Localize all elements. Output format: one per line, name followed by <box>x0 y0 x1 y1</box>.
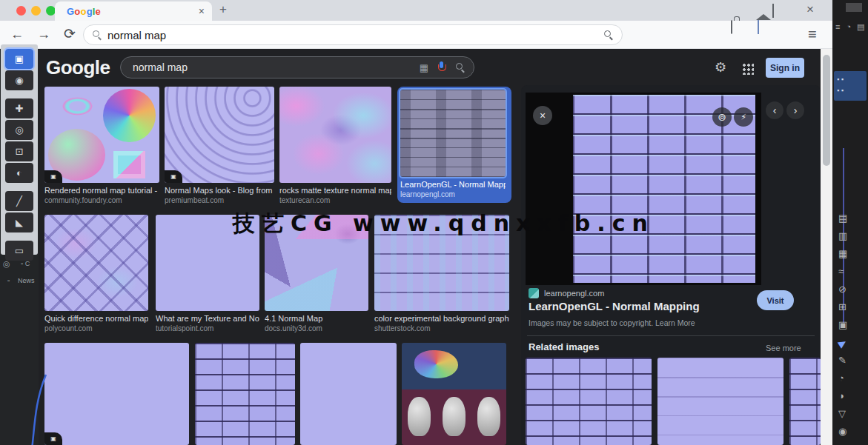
triangle-icon[interactable]: ▽ <box>838 409 847 418</box>
panel-list-icon[interactable]: ▤ <box>857 22 864 32</box>
wave-icon[interactable]: ≈ <box>838 267 847 276</box>
traffic-minimize-button[interactable] <box>31 6 41 16</box>
back-button[interactable]: ← <box>10 25 24 43</box>
lasso-tool-button[interactable]: ◉ <box>5 70 33 90</box>
result-site: learnopengl.com <box>400 190 506 198</box>
related-image[interactable] <box>657 358 783 445</box>
see-more-link[interactable]: See more <box>766 344 801 352</box>
stop-icon[interactable]: ▣ <box>838 320 847 329</box>
result-thumbnail[interactable] <box>402 343 506 445</box>
previous-image-button[interactable]: ‹ <box>766 101 783 119</box>
result-thumbnail[interactable]: ▣ <box>44 343 189 445</box>
image-result[interactable]: ▣ Normal Maps look - Blog from premiumbe… <box>165 87 274 204</box>
knife-tool-button[interactable]: ╱ <box>5 191 33 211</box>
image-result[interactable]: rocks matte texture normal maps... textu… <box>279 87 391 204</box>
result-site: shutterstock.com <box>374 324 509 332</box>
target-icon[interactable]: ◉ <box>838 426 847 436</box>
wallpaper-curve <box>7 373 52 445</box>
new-tab-button[interactable]: + <box>219 2 227 17</box>
next-image-button[interactable]: › <box>786 101 804 119</box>
rows-icon[interactable]: ▤ <box>838 213 847 223</box>
address-bar-text[interactable]: normal map <box>107 29 604 41</box>
contrast-icon[interactable]: ◑ <box>838 391 847 401</box>
lens-icon[interactable]: ⊚ <box>712 107 732 127</box>
collection-badge-icon: ▣ <box>165 170 182 183</box>
selected-layer-row[interactable]: ▪ ▪▪ ▪ <box>834 71 867 101</box>
scrollbar-thumb[interactable] <box>823 55 830 166</box>
result-caption: 4.1 Normal Map <box>265 314 368 323</box>
result-thumbnail[interactable] <box>44 215 148 311</box>
image-result[interactable]: ▣ Rendered normal map tutorial - Imgur. … <box>44 87 159 204</box>
result-thumbnail[interactable] <box>400 90 506 177</box>
extensions-button[interactable] <box>731 21 732 34</box>
panel-clock-icon[interactable]: ◔ <box>846 22 851 32</box>
watermark: 技艺CG www.qdnxxfb.cn <box>233 209 655 239</box>
sphere-tool-button[interactable]: ◐ <box>5 163 33 183</box>
google-logo[interactable]: Google <box>46 56 110 79</box>
disable-icon[interactable]: ⊘ <box>838 284 847 294</box>
window-close-button[interactable]: × <box>806 2 814 17</box>
related-image[interactable] <box>789 358 821 445</box>
save-flash-icon[interactable]: ⚡ <box>734 107 753 127</box>
image-result-selected[interactable]: LearnOpenGL - Normal Mapping learnopengl… <box>397 87 511 203</box>
result-thumbnail[interactable]: ▣ <box>44 87 159 183</box>
pen-icon[interactable]: ✎ <box>838 355 847 365</box>
keyboard-icon[interactable]: ▦ <box>420 62 428 73</box>
result-caption: What are my Texture and Normal ... <box>156 314 259 323</box>
scrollbar-track[interactable] <box>821 49 832 445</box>
result-thumbnail[interactable]: ▣ <box>165 87 274 183</box>
result-caption: Normal Maps look - Blog from <box>165 186 274 195</box>
google-search-box[interactable]: normal map ▦ <box>120 56 474 78</box>
columns-icon[interactable]: ▥ <box>838 231 847 241</box>
ramp-tool-button[interactable]: ◣ <box>5 213 33 232</box>
forward-button[interactable]: → <box>37 25 50 43</box>
google-apps-grid-icon[interactable] <box>741 62 754 75</box>
image-result[interactable]: Quick difference normal map tex... polyc… <box>44 215 148 332</box>
desktop-app-icon[interactable]: ▫ <box>7 277 10 284</box>
move-tool-button[interactable]: ✚ <box>5 98 33 118</box>
panel-menu-icon[interactable]: ≡ <box>835 22 840 32</box>
omnibox-search-icon[interactable] <box>604 30 613 39</box>
extensions-icon <box>731 20 732 34</box>
site-favicon <box>529 288 539 298</box>
grid-icon[interactable]: ▦ <box>838 249 847 258</box>
panel-tab[interactable] <box>846 3 862 12</box>
close-preview-button[interactable]: × <box>533 106 552 125</box>
desktop-square-icon[interactable]: ▫ C <box>21 260 30 267</box>
image-result[interactable] <box>195 343 295 445</box>
rotate-tool-button[interactable]: ◎ <box>5 120 33 140</box>
source-site[interactable]: learnopengl.com <box>544 289 604 298</box>
preview-title[interactable]: LearnOpenGL - Normal Mapping <box>529 300 700 312</box>
source-site-row[interactable]: learnopengl.com <box>529 288 604 298</box>
result-thumbnail[interactable] <box>300 343 397 445</box>
traffic-close-button[interactable] <box>16 6 26 16</box>
home-button[interactable] <box>758 21 759 34</box>
google-images-page: Google normal map ▦ ⚙ Sign in ▣ Rendered… <box>39 49 821 445</box>
screen: Google × + × ← → ⟳ normal map ≡ Google n… <box>0 0 868 445</box>
image-result[interactable] <box>300 343 397 445</box>
cursor-arrow-icon[interactable]: ▶ <box>836 336 849 349</box>
maximize-button[interactable] <box>772 4 774 18</box>
menu-button[interactable]: ≡ <box>808 25 817 43</box>
timer-icon[interactable]: ◔ <box>838 373 847 383</box>
result-thumbnail[interactable] <box>279 87 391 183</box>
mic-icon[interactable] <box>437 61 445 73</box>
image-result[interactable]: ▣ <box>44 343 189 445</box>
add-panel-icon[interactable]: ⊞ <box>838 302 847 312</box>
image-result[interactable] <box>402 343 506 445</box>
transform-tool-button[interactable]: ⊡ <box>5 141 33 161</box>
frame-tool-button[interactable]: ▭ <box>5 241 33 261</box>
select-tool-button[interactable]: ▣ <box>5 49 33 69</box>
sign-in-button[interactable]: Sign in <box>766 58 804 78</box>
settings-gear-icon[interactable]: ⚙ <box>715 59 726 76</box>
search-query[interactable]: normal map <box>133 61 420 73</box>
tab-close-icon[interactable]: × <box>199 5 205 17</box>
address-bar[interactable]: normal map <box>83 24 623 45</box>
result-site: tutorialspoint.com <box>156 324 259 332</box>
result-thumbnail[interactable] <box>195 343 295 445</box>
reload-button[interactable]: ⟳ <box>64 25 76 43</box>
browser-tab[interactable]: Google × <box>55 1 212 21</box>
related-image[interactable] <box>526 358 652 445</box>
search-submit-icon[interactable] <box>456 63 465 72</box>
visit-button[interactable]: Visit <box>757 290 794 310</box>
